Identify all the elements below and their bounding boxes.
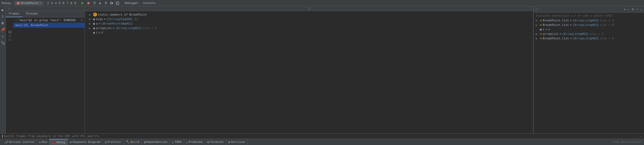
edit-watch-btn[interactable]: ✎ [631,7,635,12]
step-over-btn[interactable] [92,1,97,6]
wi5-size: size = 0 [600,37,614,40]
run-to-cursor-btn[interactable] [109,1,114,6]
wi3-val: 0 [548,28,550,31]
wi2-expand[interactable]: ▶ [536,24,539,26]
var-args-name: args [96,17,103,21]
move-down-btn[interactable]: ↓ [639,7,642,12]
wi1-expand[interactable]: ▶ [536,19,539,22]
icon-pin[interactable]: 📌 [0,27,6,32]
watch-item-5[interactable]: ▶ ∞ BreakPoint.list = {ArrayList@463} si… [534,36,644,41]
watch-item-2[interactable]: ▶ ∞ BreakPoint.list = {ArrayList@463} si… [534,23,644,27]
icon-pin2[interactable]: 📎 [0,40,6,45]
step-6[interactable]: 6 [62,1,65,6]
args-arr-icon: ▦ [93,18,95,21]
evaluate-btn[interactable]: = [115,1,120,6]
active-frame[interactable]: main:24, BreakPoint [13,23,85,28]
icon-play[interactable]: ▶ [1,7,4,12]
var-i[interactable]: ▶ ▦ i = 0 [85,30,533,35]
watch-item-4[interactable]: ▶ ∞ arrayList = {ArrayList@462} size = 3 [534,32,644,36]
wi5-expand[interactable]: ▶ [536,37,539,40]
status-todo[interactable]: ☑ TODO [170,139,184,145]
icon-settings[interactable]: ⚙ [1,34,4,39]
sequence-icon: ≡ [70,140,72,144]
step-9[interactable]: 9 [73,1,77,6]
status-build[interactable]: 🔨 Build [124,139,142,145]
status-terminal[interactable]: ⊞ Terminal [205,139,226,145]
step-3[interactable]: 3 [50,1,54,6]
expand-static-icon[interactable]: ▶ [89,13,92,16]
var-args[interactable]: ▶ ▦ args = {String[0]@460} [] [85,17,533,21]
status-run[interactable]: ▶ Run [37,139,50,145]
step-7[interactable]: 7 [66,1,69,6]
cursor-indicator [2,135,3,138]
debug-active-tab[interactable]: BreakPoint 1 [14,1,43,5]
watches-header: 15 + − ✎ ↑ ↓ [534,6,644,13]
frames-content: 11 12 13 ✓ "main"@1 in group "main": RUN… [6,17,85,133]
stop-btn[interactable] [86,1,91,6]
terminal-icon: ⊞ [207,140,209,144]
status-problems[interactable]: ⚠ Problems [184,139,205,145]
wi2-icon: ∞ [540,23,542,27]
step-4[interactable]: 4 [54,1,57,6]
icon-pause[interactable]: ⏸ [1,14,5,19]
frames-threads-tabs: Frames Threads [6,11,85,17]
expand-args-icon[interactable]: ▶ [89,18,92,21]
var-static[interactable]: ▶ S static members of BreakPoint [85,12,533,17]
tab-console[interactable]: Console [141,1,158,5]
var-a[interactable]: ▶ ▦ a = {BreakPoint$A@461} [85,21,533,26]
status-profiler[interactable]: ◎ Profiler [103,139,124,145]
add-watch-btn[interactable]: + [623,7,626,12]
build-icon: 🔨 [126,140,130,144]
move-up-btn[interactable]: ↑ [636,7,639,12]
step-2[interactable]: 2 [46,1,50,6]
status-build-label: Build [131,140,139,144]
status-run-label: Run [42,140,47,144]
svg-marker-6 [111,2,113,4]
tab-debugger[interactable]: Debugger [123,1,141,5]
status-right-label: CSDN @Daylight629 [612,140,642,144]
i-icon: ▦ [93,31,95,34]
status-version-control[interactable]: ⎇ Version Control [2,139,37,145]
a-icon: ▦ [93,22,95,25]
wi1-name: BreakPoint.list [543,19,569,22]
status-dependencies[interactable]: ≣ Dependencies [142,139,170,145]
wi5-val: {ArrayList@463} [573,37,599,40]
status-services[interactable]: ⚙ Services [226,139,247,145]
tab-threads[interactable]: Threads [23,11,41,17]
thread-item[interactable]: ✓ "main"@1 in group "main": RUNNING ▼ [13,17,85,23]
filter-icon[interactable]: ▼ [81,18,82,22]
close-tooltip-btn[interactable]: ✕ [640,134,642,138]
vars-section-num: 14 [307,7,311,10]
static-icon: S [93,13,97,16]
var-i-val: 0 [101,31,103,34]
status-sequence[interactable]: ≡ Sequence Diagram [68,139,103,145]
status-bar: ⎇ Version Control ▶ Run 🐞 Debug ≡ Sequen… [0,139,644,145]
step-5[interactable]: 5 [58,1,61,6]
tab-frames[interactable]: Frames [6,11,23,17]
watch-item-3[interactable]: ▶ ▦ i = 0 [534,27,644,32]
active-frame-label: main:24, BreakPoint [15,24,48,27]
resume-btn[interactable] [80,1,85,6]
expand-arraylist-icon[interactable]: ▶ [89,27,92,30]
todo-icon: ☑ [172,140,174,144]
remove-watch-btn[interactable]: − [627,7,630,12]
var-arraylist[interactable]: ▶ ▦ arrayList = {ArrayList@462} size = 3 [85,26,533,30]
expand-a-icon[interactable]: ▶ [89,22,92,25]
thread-check-icon: ✓ [15,18,17,22]
line-13: 13 [6,38,14,42]
watch-item-1[interactable]: ▶ ∞ BreakPoint.list = {ArrayList@463} si… [534,18,644,23]
status-debug[interactable]: 🐞 Debug [50,139,67,145]
wi4-expand[interactable]: ▶ [536,32,539,35]
watches-section-num: 15 [535,8,538,11]
wi4-icon: ∞ [540,32,542,36]
watches-hint: Evaluate expression (/) or add a watch (… [534,13,644,18]
step-8[interactable]: 8 [70,1,73,6]
status-todo-label: TODO [175,140,182,144]
icon-stop[interactable]: ⏹ [1,21,5,26]
arraylist-icon: ▦ [93,27,95,30]
step-out-btn[interactable] [103,1,109,6]
step-into-btn[interactable] [97,1,103,6]
var-i-name: i [96,31,98,34]
status-terminal-label: Terminal [210,140,224,144]
wi2-size: size = 0 [600,23,614,27]
